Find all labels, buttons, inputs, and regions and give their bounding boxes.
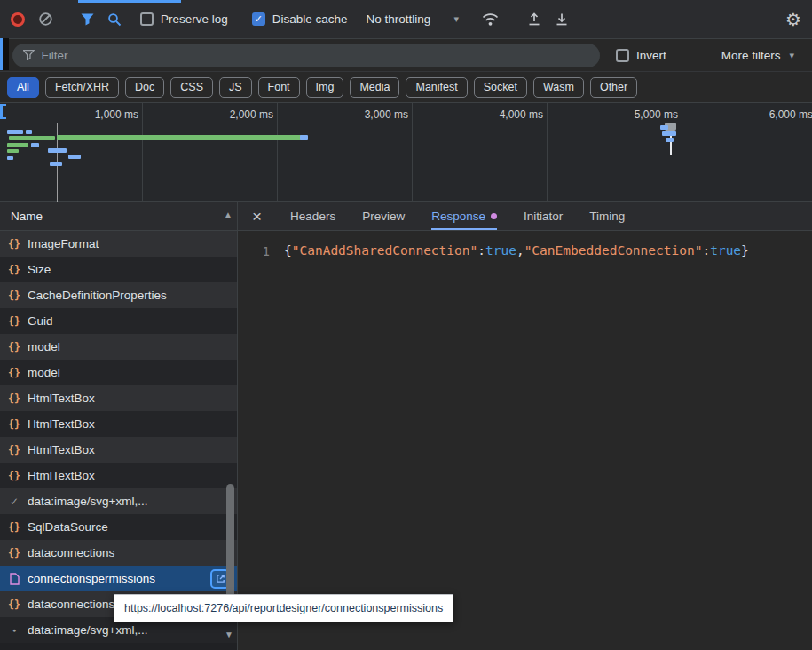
toolbar-divider xyxy=(67,11,67,28)
scroll-up-arrow[interactable]: ▲ xyxy=(224,210,233,219)
json-icon: {} xyxy=(7,598,21,611)
filter-chip-manifest[interactable]: Manifest xyxy=(406,77,467,98)
clear-button[interactable] xyxy=(38,12,53,27)
record-button[interactable] xyxy=(11,12,25,27)
tab-label: Preview xyxy=(362,210,405,223)
tab-response[interactable]: Response xyxy=(431,202,497,230)
waterfall-bar xyxy=(666,138,674,142)
request-row-cachedefinitionproperties[interactable]: {}CacheDefinitionProperties xyxy=(0,282,237,308)
request-name: HtmlTextBox xyxy=(28,443,95,456)
request-name: ImageFormat xyxy=(28,237,99,250)
disable-cache-checkbox[interactable]: ✓ xyxy=(252,12,265,26)
close-icon[interactable]: × xyxy=(252,208,262,225)
request-row-imageformat[interactable]: {}ImageFormat xyxy=(0,231,237,257)
tab-preview[interactable]: Preview xyxy=(362,202,405,230)
filter-chip-all[interactable]: All xyxy=(7,77,39,98)
details-tabs: × HeadersPreviewResponseInitiatorTiming xyxy=(238,202,812,231)
request-name: SqlDataSource xyxy=(28,520,108,534)
scroll-down-arrow[interactable]: ▼ xyxy=(225,630,233,639)
throttling-select[interactable]: No throttling ▾ xyxy=(367,12,459,26)
edge-fragment xyxy=(0,38,9,70)
tab-initiator[interactable]: Initiator xyxy=(524,202,563,230)
filter-chip-doc[interactable]: Doc xyxy=(125,77,164,98)
filter-chip-wasm[interactable]: Wasm xyxy=(533,77,584,98)
filter-chip-js[interactable]: JS xyxy=(219,77,252,98)
tab-headers[interactable]: Headers xyxy=(290,202,335,230)
filter-chip-css[interactable]: CSS xyxy=(170,77,213,98)
request-name: dataconnections xyxy=(28,546,114,559)
filter-bar: Invert More filters ▾ xyxy=(0,39,812,72)
request-name: data:image/svg+xml,... xyxy=(28,623,147,637)
check-icon: ✓ xyxy=(7,495,21,508)
filter-chip-fetch-xhr[interactable]: Fetch/XHR xyxy=(45,77,119,98)
network-filter-input[interactable] xyxy=(42,49,589,62)
json-icon: {} xyxy=(7,418,21,431)
request-row-htmltextbox[interactable]: {}HtmlTextBox xyxy=(0,385,237,411)
waterfall-bar xyxy=(662,131,676,136)
json-icon: {} xyxy=(7,392,21,405)
preserve-log-checkbox[interactable] xyxy=(140,12,154,26)
waterfall-bar xyxy=(26,130,32,134)
json-icon: {} xyxy=(7,341,21,353)
json-icon: {} xyxy=(7,264,21,276)
filter-toggle-button[interactable] xyxy=(81,13,94,26)
request-name: CacheDefinitionProperties xyxy=(28,289,167,302)
request-row-sqldatasource[interactable]: {}SqlDataSource xyxy=(0,514,237,540)
network-filter-field[interactable] xyxy=(12,44,600,67)
request-row-connectionspermissions[interactable]: connectionspermissions xyxy=(0,566,237,591)
overview-timeline[interactable]: 1,000 ms2,000 ms3,000 ms4,000 ms5,000 ms… xyxy=(0,103,812,202)
disable-cache-label: Disable cache xyxy=(272,12,348,26)
json-token: "CanAddSharedConnection" xyxy=(292,243,478,258)
name-header-label: Name xyxy=(11,210,43,223)
filter-chip-socket[interactable]: Socket xyxy=(474,77,527,98)
filter-chip-other[interactable]: Other xyxy=(590,77,637,98)
response-override-dot xyxy=(491,213,497,219)
request-name: connectionspermissions xyxy=(28,572,155,585)
request-row-htmltextbox[interactable]: {}HtmlTextBox xyxy=(0,437,237,463)
timeline-tick-label: 5,000 ms xyxy=(547,108,678,121)
panel-tab-accent xyxy=(78,0,181,3)
export-har-button[interactable] xyxy=(555,12,569,27)
invert-checkbox[interactable] xyxy=(616,49,629,62)
request-row-data-image-svg-xml[interactable]: ✓data:image/svg+xml,... xyxy=(0,488,237,514)
waterfall-bar xyxy=(660,125,668,130)
document-icon xyxy=(7,573,21,585)
json-icon: {} xyxy=(7,289,21,302)
settings-gear-button[interactable]: ⚙ xyxy=(785,11,801,28)
network-conditions-icon[interactable] xyxy=(481,12,500,27)
chevron-down-icon: ▾ xyxy=(789,51,794,60)
tab-timing[interactable]: Timing xyxy=(589,202,625,230)
json-icon: {} xyxy=(7,470,21,482)
request-row-size[interactable]: {}Size xyxy=(0,257,237,282)
request-name: Guid xyxy=(28,314,53,328)
response-body: 1 {"CanAddSharedConnection":true,"CanEmb… xyxy=(238,231,812,258)
request-row-htmltextbox[interactable]: {}HtmlTextBox xyxy=(0,463,237,488)
tab-label: Timing xyxy=(589,210,625,223)
waterfall-bar xyxy=(300,135,308,140)
tab-label: Headers xyxy=(290,210,335,223)
timeline-tick-label: 6,000 ms xyxy=(682,108,812,121)
waterfall-bar xyxy=(31,143,39,147)
request-row-model[interactable]: {}model xyxy=(0,334,237,360)
name-column-header[interactable]: Name ▲ xyxy=(0,202,237,231)
import-har-button[interactable] xyxy=(527,12,541,27)
request-row-dataconnections[interactable]: {}dataconnections xyxy=(0,540,237,566)
filter-chip-font[interactable]: Font xyxy=(258,77,300,98)
more-filters-button[interactable]: More filters ▾ xyxy=(721,49,812,62)
json-icon: {} xyxy=(7,521,21,534)
json-icon: {} xyxy=(7,367,21,379)
request-row-htmltextbox[interactable]: {}HtmlTextBox xyxy=(0,411,237,437)
filter-chip-img[interactable]: Img xyxy=(306,77,344,98)
selection-handle[interactable] xyxy=(0,104,6,119)
request-details-panel: × HeadersPreviewResponseInitiatorTiming … xyxy=(238,202,812,650)
request-name: HtmlTextBox xyxy=(28,392,95,405)
json-icon: {} xyxy=(7,444,21,456)
request-row-model[interactable]: {}model xyxy=(0,360,237,385)
filter-chip-media[interactable]: Media xyxy=(350,77,399,98)
timeline-tick-label: 2,000 ms xyxy=(142,108,273,121)
search-button[interactable] xyxy=(107,12,122,27)
waterfall-bar xyxy=(7,130,23,134)
json-token: true xyxy=(485,243,516,258)
line-number: 1 xyxy=(238,243,284,258)
request-row-guid[interactable]: {}Guid xyxy=(0,308,237,334)
